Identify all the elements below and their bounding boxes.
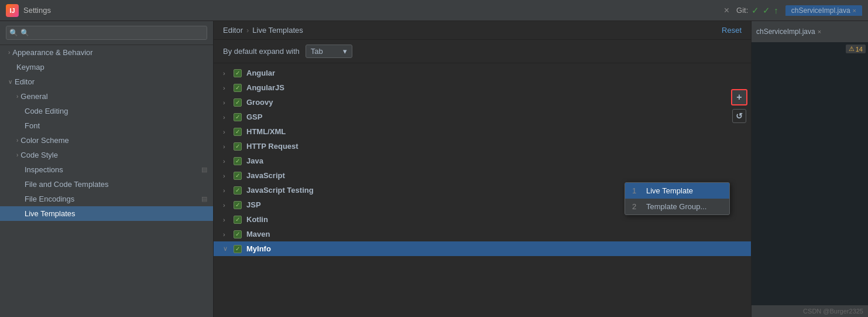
sidebar-item-color-scheme[interactable]: › Color Scheme [0,133,213,148]
sidebar-item-editor[interactable]: ∨ Editor [0,74,213,89]
sidebar-item-code-style[interactable]: › Code Style [0,148,213,162]
app-icon: IJ [6,4,19,17]
group-name: Angular [246,69,275,77]
sidebar-item-file-code-templates[interactable]: File and Code Templates [0,177,213,192]
search-input[interactable] [6,26,207,40]
dropdown-item-template-group[interactable]: 2 Template Group... [625,199,729,214]
checkbox-http-request[interactable]: ✓ [234,142,242,151]
main-panel: Editor › Live Templates Reset By default… [214,21,751,317]
template-group-groovy[interactable]: › ✓ Groovy [214,95,751,110]
git-check2: ✓ [763,5,770,16]
reset-button[interactable]: Reset [722,26,742,35]
git-check1: ✓ [752,5,759,16]
sidebar-item-label: Appearance & Behavior [12,48,207,57]
group-name: HTTP Request [246,142,299,151]
sidebar-item-inspections[interactable]: Inspections ▤ [0,162,213,177]
right-panel-tab[interactable]: chServiceImpl.java [756,28,815,36]
checkbox-java[interactable]: ✓ [234,157,242,165]
file-tab-close[interactable]: × [853,7,856,14]
sidebar-item-keymap[interactable]: Keymap [0,60,213,74]
checkbox-javascript[interactable]: ✓ [234,172,242,180]
sidebar-item-code-editing[interactable]: Code Editing [0,104,213,118]
group-name: Kotlin [246,215,268,224]
chevron-icon: › [223,143,230,150]
page-icon: ▤ [201,195,207,203]
panel-header: Editor › Live Templates Reset [214,21,751,40]
page-icon: ▤ [201,166,207,173]
dropdown-item-num: 1 [632,186,641,195]
sidebar-item-label: Editor [15,77,207,86]
right-panel: chServiceImpl.java × ⚠ 14 CSDN @Burger23… [751,21,868,317]
checkbox-gsp[interactable]: ✓ [234,113,242,121]
chevron-icon: › [223,128,230,135]
group-name: Maven [246,230,270,238]
add-button[interactable]: + [731,89,747,105]
sidebar-item-appearance[interactable]: › Appearance & Behavior [0,45,213,60]
git-section: Git: ✓ ✓ ↑ [736,5,778,16]
chevron-icon: › [16,93,18,100]
expand-value: Tab [311,47,323,56]
right-panel-close-button[interactable]: × [818,28,821,35]
template-group-java[interactable]: › ✓ Java [214,154,751,168]
checkbox-maven[interactable]: ✓ [234,230,242,238]
sidebar-item-general[interactable]: › General [0,89,213,104]
breadcrumb: Editor › Live Templates [223,26,303,35]
sidebar-item-label: File Encodings [25,195,201,203]
git-up: ↑ [774,5,778,15]
action-panel: + 1 Live Template 2 Template Group... ↺ [728,86,751,127]
warning-icon: ⚠ [849,45,855,53]
template-group-http-request[interactable]: › ✓ HTTP Request [214,139,751,154]
chevron-icon: › [16,152,18,158]
sidebar-item-live-templates[interactable]: Live Templates [0,206,213,221]
group-name: MyInfo [246,244,271,253]
undo-button[interactable]: ↺ [732,109,746,123]
template-group-gsp[interactable]: › ✓ GSP [214,110,751,124]
search-wrapper: 🔍 [6,26,207,40]
template-group-angular[interactable]: › ✓ Angular [214,66,751,80]
panel-toolbar: By default expand with Tab ▾ [214,40,751,63]
template-group-maven[interactable]: › ✓ Maven [214,227,751,241]
group-name: Java [246,156,263,165]
checkbox-javascript-testing[interactable]: ✓ [234,186,242,195]
chevron-icon: › [223,216,230,223]
sidebar-item-label: File and Code Templates [25,180,207,189]
right-panel-body: ⚠ 14 [752,42,868,305]
warning-badge: ⚠ 14 [846,45,866,53]
dropdown-item-live-template[interactable]: 1 Live Template [625,183,729,199]
chevron-icon: › [223,84,230,91]
chevron-icon: › [223,231,230,238]
sidebar-item-label: General [20,92,207,101]
checkbox-myinfo[interactable]: ✓ [234,245,242,253]
expand-dropdown[interactable]: Tab ▾ [306,45,352,58]
dropdown-item-label: Live Template [646,186,693,195]
checkbox-groovy[interactable]: ✓ [234,98,242,107]
template-group-myinfo[interactable]: ∨ ✓ MyInfo [214,241,751,256]
window-title: Settings [23,6,51,15]
breadcrumb-current: Live Templates [252,26,303,35]
template-group-javascript[interactable]: › ✓ JavaScript [214,168,751,183]
warning-count: 14 [856,46,863,53]
checkbox-angular[interactable]: ✓ [234,69,242,77]
sidebar-item-font[interactable]: Font [0,118,213,133]
template-group-angularjs[interactable]: › ✓ AngularJS [214,80,751,95]
group-name: HTML/XML [246,127,286,136]
checkbox-kotlin[interactable]: ✓ [234,216,242,224]
dropdown-arrow-icon: ▾ [343,47,347,56]
sidebar-item-label: Code Style [20,151,207,159]
breadcrumb-editor: Editor [223,26,243,35]
file-tab[interactable]: chServiceImpl.java × [785,5,862,16]
dropdown-item-label: Template Group... [646,202,706,211]
checkbox-angularjs[interactable]: ✓ [234,84,242,92]
footer-text: CSDN @Burger2325 [803,308,863,315]
right-panel-header: chServiceImpl.java × [752,21,868,42]
close-button[interactable]: × [724,5,729,16]
sidebar-item-file-encodings[interactable]: File Encodings ▤ [0,192,213,206]
chevron-down-icon: ∨ [223,245,230,253]
title-bar-left: IJ Settings [6,4,724,17]
checkbox-html-xml[interactable]: ✓ [234,128,242,136]
template-group-html-xml[interactable]: › ✓ HTML/XML [214,124,751,139]
checkbox-jsp[interactable]: ✓ [234,201,242,209]
chevron-icon: › [223,70,230,77]
search-icon: 🔍 [9,29,18,37]
file-tab-name: chServiceImpl.java [791,6,850,15]
